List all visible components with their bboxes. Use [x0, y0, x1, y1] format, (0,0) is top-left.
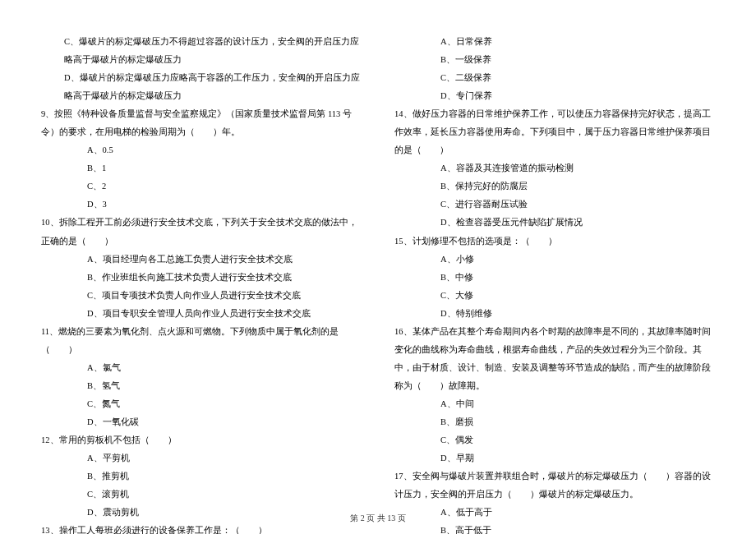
q12-option-c: C、滚剪机 — [41, 486, 362, 504]
q15-option-a: A、小修 — [394, 251, 715, 269]
q9-text: 9、按照《特种设备质量监督与安全监察规定》（国家质量技术监督局第 113 号令）… — [41, 105, 362, 141]
q17-text: 17、安全阀与爆破片装置并联组合时，爆破片的标定爆破压力（ ）容器的设计压力，安… — [394, 467, 715, 504]
q14-option-b: B、保持完好的防腐层 — [394, 177, 715, 196]
q15-option-b: B、中修 — [394, 269, 715, 287]
q11-option-a: A、氯气 — [41, 359, 362, 377]
q15-option-c: C、大修 — [394, 287, 715, 305]
q13-option-b: B、一级保养 — [394, 51, 715, 69]
q12-option-b: B、推剪机 — [41, 467, 362, 486]
q8-option-d: D、爆破片的标定爆破压力应略高于容器的工作压力，安全阀的开启压力应略高于爆破片的… — [41, 69, 362, 105]
q16-text: 16、某体产品在其整个寿命期间内各个时期的故障率是不同的，其故障率随时间变化的曲… — [394, 323, 715, 395]
q13-option-a: A、日常保养 — [394, 33, 715, 51]
q13-option-d: D、专门保养 — [394, 87, 715, 105]
q12-option-a: A、平剪机 — [41, 449, 362, 467]
q15-text: 15、计划修理不包括的选项是：（ ） — [394, 232, 715, 251]
q11-option-c: C、氮气 — [41, 395, 362, 413]
left-column: C、爆破片的标定爆破压力不得超过容器的设计压力，安全阀的开启压力应略高于爆破片的… — [41, 33, 362, 534]
q10-option-b: B、作业班组长向施工技术负责人进行安全技术交底 — [41, 269, 362, 287]
q14-option-a: A、容器及其连接管道的振动检测 — [394, 159, 715, 177]
q10-option-c: C、项目专项技术负责人向作业人员进行安全技术交底 — [41, 287, 362, 305]
q10-text: 10、拆除工程开工前必须进行安全技术交底，下列关于安全技术交底的做法中，正确的是… — [41, 214, 362, 250]
q12-text: 12、常用的剪板机不包括（ ） — [41, 431, 362, 449]
q14-option-c: C、进行容器耐压试验 — [394, 196, 715, 214]
q16-option-a: A、中间 — [394, 395, 715, 413]
q9-option-a: A、0.5 — [41, 141, 362, 159]
q9-option-b: B、1 — [41, 159, 362, 177]
q16-option-b: B、磨损 — [394, 413, 715, 431]
page-content: C、爆破片的标定爆破压力不得超过容器的设计压力，安全阀的开启压力应略高于爆破片的… — [0, 0, 756, 534]
q11-option-b: B、氢气 — [41, 377, 362, 395]
q15-option-d: D、特别维修 — [394, 305, 715, 323]
q9-option-d: D、3 — [41, 196, 362, 214]
q9-option-c: C、2 — [41, 177, 362, 196]
q10-option-d: D、项目专职安全管理人员向作业人员进行安全技术交底 — [41, 305, 362, 323]
page-footer: 第 2 页 共 13 页 — [0, 513, 756, 524]
q11-text: 11、燃烧的三要素为氧化剂、点火源和可燃物。下列物质中属于氧化剂的是（ ） — [41, 323, 362, 359]
q14-option-d: D、检查容器受压元件缺陷扩展情况 — [394, 214, 715, 232]
q16-option-d: D、早期 — [394, 449, 715, 467]
q8-option-c: C、爆破片的标定爆破压力不得超过容器的设计压力，安全阀的开启压力应略高于爆破片的… — [41, 33, 362, 69]
q13-option-c: C、二级保养 — [394, 69, 715, 87]
q11-option-d: D、一氧化碳 — [41, 413, 362, 431]
q14-text: 14、做好压力容器的日常维护保养工作，可以使压力容器保持完好状态，提高工作效率，… — [394, 105, 715, 159]
q16-option-c: C、偶发 — [394, 431, 715, 449]
q10-option-a: A、项目经理向各工总施工负责人进行安全技术交底 — [41, 251, 362, 269]
right-column: A、日常保养 B、一级保养 C、二级保养 D、专门保养 14、做好压力容器的日常… — [394, 33, 715, 534]
